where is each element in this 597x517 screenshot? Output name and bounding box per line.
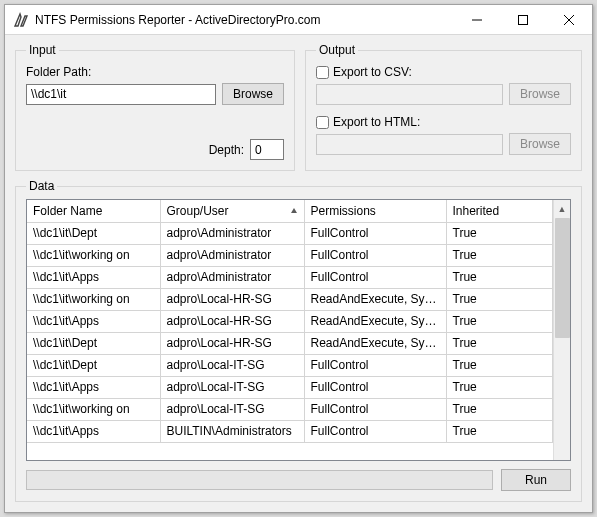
col-folder-name[interactable]: Folder Name [27, 200, 160, 222]
progress-bar [26, 470, 493, 490]
cell-folder: \\dc1\it\Dept [27, 354, 160, 376]
cell-folder: \\dc1\it\working on [27, 244, 160, 266]
cell-folder: \\dc1\it\Dept [27, 332, 160, 354]
cell-perm: FullControl [304, 420, 446, 442]
cell-user: adpro\Local-IT-SG [160, 354, 304, 376]
export-html-checkbox[interactable] [316, 116, 329, 129]
col-inherited[interactable]: Inherited [446, 200, 553, 222]
content-area: Input Folder Path: Browse Depth: Output … [5, 35, 592, 512]
table-row[interactable]: \\dc1\it\working onadpro\AdministratorFu… [27, 244, 553, 266]
cell-perm: FullControl [304, 376, 446, 398]
table-row[interactable]: \\dc1\it\working onadpro\Local-IT-SGFull… [27, 398, 553, 420]
cell-inherit: True [446, 288, 553, 310]
cell-user: adpro\Local-HR-SG [160, 310, 304, 332]
export-csv-label: Export to CSV: [333, 65, 412, 79]
cell-user: adpro\Local-IT-SG [160, 376, 304, 398]
input-legend: Input [26, 43, 59, 57]
output-legend: Output [316, 43, 358, 57]
output-group: Output Export to CSV: Browse Export to H… [305, 43, 582, 171]
table-row[interactable]: \\dc1\it\Deptadpro\Local-IT-SGFullContro… [27, 354, 553, 376]
data-group: Data Folder Name Group/User [15, 179, 582, 502]
export-html-label: Export to HTML: [333, 115, 420, 129]
table-row[interactable]: \\dc1\it\Appsadpro\AdministratorFullCont… [27, 266, 553, 288]
svg-rect-1 [519, 15, 528, 24]
export-csv-checkbox[interactable] [316, 66, 329, 79]
depth-input[interactable] [250, 139, 284, 160]
cell-inherit: True [446, 244, 553, 266]
cell-user: adpro\Administrator [160, 244, 304, 266]
cell-user: BUILTIN\Administrators [160, 420, 304, 442]
close-button[interactable] [546, 5, 592, 35]
browse-folder-button[interactable]: Browse [222, 83, 284, 105]
data-grid: Folder Name Group/User Permissions Inher… [26, 199, 571, 461]
cell-folder: \\dc1\it\Apps [27, 376, 160, 398]
col-permissions[interactable]: Permissions [304, 200, 446, 222]
cell-perm: ReadAndExecute, Syn... [304, 332, 446, 354]
cell-folder: \\dc1\it\working on [27, 398, 160, 420]
vertical-scrollbar[interactable]: ▲ [553, 200, 570, 460]
titlebar[interactable]: NTFS Permissions Reporter - ActiveDirect… [5, 5, 592, 35]
sort-asc-icon [290, 204, 298, 218]
table-row[interactable]: \\dc1\it\working onadpro\Local-HR-SGRead… [27, 288, 553, 310]
cell-inherit: True [446, 266, 553, 288]
app-icon [13, 12, 29, 28]
window-title: NTFS Permissions Reporter - ActiveDirect… [35, 13, 454, 27]
cell-user: adpro\Local-IT-SG [160, 398, 304, 420]
folder-path-label: Folder Path: [26, 65, 284, 79]
table-row[interactable]: \\dc1\it\AppsBUILTIN\AdministratorsFullC… [27, 420, 553, 442]
folder-path-input[interactable] [26, 84, 216, 105]
input-group: Input Folder Path: Browse Depth: [15, 43, 295, 171]
browse-html-button: Browse [509, 133, 571, 155]
cell-inherit: True [446, 310, 553, 332]
cell-user: adpro\Local-HR-SG [160, 288, 304, 310]
data-grid-inner: Folder Name Group/User Permissions Inher… [27, 200, 553, 460]
cell-inherit: True [446, 398, 553, 420]
cell-folder: \\dc1\it\working on [27, 288, 160, 310]
depth-label: Depth: [209, 143, 244, 157]
cell-perm: ReadAndExecute, Syn... [304, 288, 446, 310]
table-header-row: Folder Name Group/User Permissions Inher… [27, 200, 553, 222]
cell-perm: ReadAndExecute, Syn... [304, 310, 446, 332]
minimize-button[interactable] [454, 5, 500, 35]
table-row[interactable]: \\dc1\it\Deptadpro\AdministratorFullCont… [27, 222, 553, 244]
cell-perm: FullControl [304, 398, 446, 420]
data-legend: Data [26, 179, 57, 193]
cell-perm: FullControl [304, 266, 446, 288]
scroll-thumb[interactable] [555, 218, 570, 338]
io-row: Input Folder Path: Browse Depth: Output … [15, 43, 582, 171]
cell-folder: \\dc1\it\Apps [27, 420, 160, 442]
cell-folder: \\dc1\it\Dept [27, 222, 160, 244]
csv-path-input [316, 84, 503, 105]
cell-user: adpro\Administrator [160, 222, 304, 244]
browse-csv-button: Browse [509, 83, 571, 105]
html-path-input [316, 134, 503, 155]
scroll-up-icon[interactable]: ▲ [558, 202, 567, 216]
cell-inherit: True [446, 332, 553, 354]
col-group-user[interactable]: Group/User [160, 200, 304, 222]
maximize-button[interactable] [500, 5, 546, 35]
table-row[interactable]: \\dc1\it\Appsadpro\Local-HR-SGReadAndExe… [27, 310, 553, 332]
table-row[interactable]: \\dc1\it\Deptadpro\Local-HR-SGReadAndExe… [27, 332, 553, 354]
cell-user: adpro\Administrator [160, 266, 304, 288]
cell-inherit: True [446, 354, 553, 376]
permissions-table: Folder Name Group/User Permissions Inher… [27, 200, 553, 443]
cell-folder: \\dc1\it\Apps [27, 266, 160, 288]
run-button[interactable]: Run [501, 469, 571, 491]
data-footer: Run [26, 469, 571, 491]
cell-perm: FullControl [304, 354, 446, 376]
cell-perm: FullControl [304, 244, 446, 266]
cell-inherit: True [446, 222, 553, 244]
table-row[interactable]: \\dc1\it\Appsadpro\Local-IT-SGFullContro… [27, 376, 553, 398]
cell-inherit: True [446, 376, 553, 398]
cell-user: adpro\Local-HR-SG [160, 332, 304, 354]
cell-perm: FullControl [304, 222, 446, 244]
cell-inherit: True [446, 420, 553, 442]
window: NTFS Permissions Reporter - ActiveDirect… [4, 4, 593, 513]
cell-folder: \\dc1\it\Apps [27, 310, 160, 332]
